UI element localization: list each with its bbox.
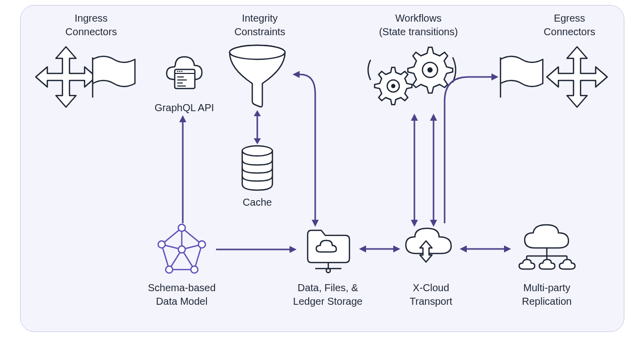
- workflows-label: Workflows (State transitions): [363, 12, 474, 39]
- svg-marker-58: [491, 73, 498, 80]
- svg-marker-64: [504, 245, 511, 252]
- svg-marker-63: [460, 245, 467, 252]
- svg-point-15: [428, 68, 432, 72]
- egress-label: Egress Connectors: [529, 12, 610, 39]
- svg-point-4: [179, 71, 181, 72]
- cloud-multi-icon: [514, 223, 580, 278]
- svg-point-11: [230, 45, 285, 59]
- svg-marker-0: [36, 47, 96, 107]
- svg-marker-53: [411, 114, 418, 121]
- arrow-funnel-storage: [293, 68, 333, 227]
- arrow-storage-xcloud: [359, 243, 400, 255]
- svg-marker-61: [393, 245, 400, 252]
- arrow-xcloud-egress: [439, 71, 499, 229]
- svg-point-28: [178, 224, 185, 231]
- svg-marker-49: [290, 246, 297, 253]
- svg-point-29: [158, 241, 165, 248]
- database-icon: [237, 144, 277, 194]
- flag-icon-2: [496, 53, 547, 101]
- svg-point-3: [177, 71, 179, 72]
- svg-point-32: [166, 266, 173, 273]
- svg-marker-57: [430, 220, 437, 227]
- svg-marker-16: [547, 47, 607, 107]
- cloud-transport-icon: [401, 226, 456, 276]
- svg-marker-44: [254, 110, 261, 116]
- svg-marker-45: [254, 138, 261, 144]
- arrow-schema-graphql: [177, 115, 189, 223]
- cache-label: Cache: [232, 196, 282, 209]
- cloud-api-icon: [162, 53, 207, 99]
- arrow-workflows-xcloud: [427, 114, 440, 227]
- arrow-workflows-storage: [408, 114, 420, 227]
- funnel-icon: [225, 43, 290, 109]
- arrow-xcloud-replication: [460, 243, 511, 255]
- architecture-diagram: Ingress Connectors Integrity Constraints…: [20, 5, 624, 332]
- svg-point-13: [392, 84, 395, 88]
- svg-marker-47: [179, 115, 186, 122]
- svg-point-33: [191, 266, 198, 273]
- flag-icon: [89, 53, 139, 101]
- svg-marker-50: [293, 71, 300, 78]
- folder-cloud-icon: [300, 224, 355, 275]
- svg-marker-56: [430, 114, 437, 121]
- xcloud-label: X-Cloud Transport: [401, 281, 461, 308]
- schema-label: Schema-based Data Model: [139, 281, 225, 308]
- svg-point-17: [242, 146, 272, 156]
- integrity-label: Integrity Constraints: [220, 12, 300, 39]
- ingress-label: Ingress Connectors: [51, 12, 131, 39]
- graph-icon: [152, 222, 212, 277]
- svg-point-30: [198, 241, 205, 248]
- storage-label: Data, Files, & Ledger Storage: [285, 281, 371, 308]
- svg-marker-60: [359, 245, 366, 252]
- arrow-funnel-cache: [251, 110, 263, 144]
- arrow-schema-storage: [216, 243, 297, 255]
- svg-point-5: [181, 71, 183, 72]
- replication-label: Multi-party Replication: [509, 281, 585, 308]
- svg-marker-51: [312, 220, 319, 227]
- svg-marker-54: [411, 220, 418, 227]
- cross-arrows-icon-2: [544, 46, 610, 111]
- graphql-label: GraphQL API: [152, 101, 217, 115]
- svg-point-31: [178, 246, 185, 253]
